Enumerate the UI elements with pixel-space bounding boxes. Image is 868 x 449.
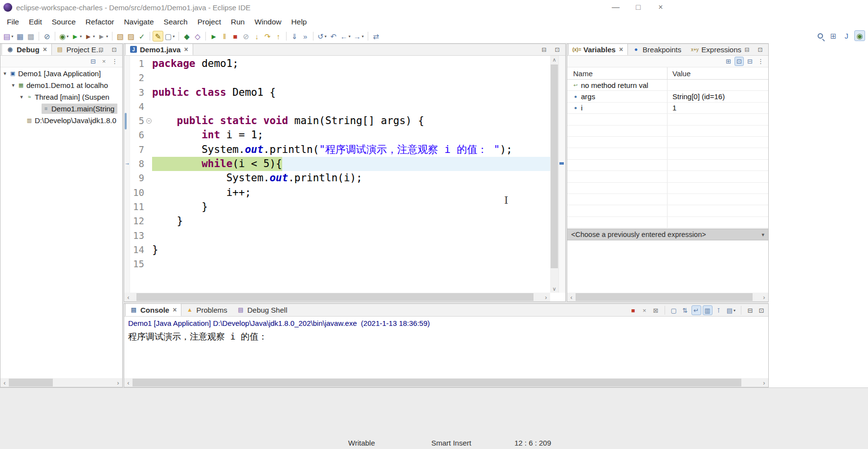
variable-detail-pane[interactable] — [567, 240, 768, 293]
search-tasks-button[interactable]: ✓ — [136, 31, 147, 42]
menu-run[interactable]: Run — [226, 16, 249, 28]
dropdown-arrow-icon[interactable]: ▾ — [173, 34, 175, 39]
scrollbar-track[interactable] — [9, 378, 114, 387]
variable-row[interactable]: ●i1 — [567, 103, 768, 114]
scrollbar-thumb[interactable] — [576, 293, 753, 301]
column-header-name[interactable]: Name — [567, 67, 668, 79]
scrollbar-track[interactable] — [550, 64, 558, 285]
overview-ruler[interactable] — [558, 56, 565, 293]
new-class-button[interactable]: ◆ — [181, 31, 192, 42]
window-minimize-button[interactable]: — — [604, 0, 627, 14]
open-task-button[interactable]: ▢▾ — [163, 31, 176, 42]
tab-debug-shell[interactable]: ▤Debug Shell — [233, 303, 293, 316]
console-horizontal-scrollbar[interactable]: ‹ › — [124, 378, 768, 387]
scrollbar-thumb[interactable] — [136, 293, 534, 301]
tab-breakpoints[interactable]: ●Breakpoints — [628, 43, 687, 55]
code-line-7[interactable]: 7 System.out.println("程序调试演示，注意观察 i 的值： … — [124, 143, 550, 157]
code-area[interactable]: 1package demo1;23public class Demo1 {45−… — [124, 56, 550, 293]
terminate-button[interactable]: ■ — [230, 31, 241, 42]
open-console-button[interactable]: ▤▾ — [725, 305, 737, 315]
menu-project[interactable]: Project — [193, 16, 226, 28]
scroll-down-icon[interactable]: ∨ — [552, 285, 556, 293]
step-into-button[interactable]: ↓ — [251, 31, 262, 42]
new-wizard-button[interactable]: ▤▾ — [2, 31, 15, 42]
close-tab-icon[interactable]: × — [173, 306, 177, 314]
scroll-left-icon[interactable]: ‹ — [567, 294, 576, 301]
code-line-12[interactable]: 12 } — [124, 214, 550, 228]
collapse-all-button[interactable]: ⊟ — [89, 57, 98, 66]
scroll-right-icon[interactable]: › — [760, 379, 768, 386]
code-line-14[interactable]: 14} — [124, 243, 550, 257]
pin-console-button[interactable]: ⊺ — [714, 305, 724, 315]
variables-view-menu-button[interactable]: ⋮ — [756, 57, 765, 66]
tab-demo1-java[interactable]: JDemo1.java× — [125, 43, 193, 55]
step-return-button[interactable]: ↑ — [273, 31, 284, 42]
console-output-area[interactable]: Demo1 [Java Application] D:\Develop\Java… — [124, 317, 768, 378]
tab-problems[interactable]: ▲Problems — [181, 303, 232, 316]
dropdown-arrow-icon[interactable]: ▾ — [325, 34, 327, 39]
dropdown-arrow-icon[interactable]: ▾ — [93, 34, 95, 39]
menu-window[interactable]: Window — [249, 16, 286, 28]
word-wrap-button[interactable]: ↵ — [691, 305, 701, 315]
save-button[interactable]: ▦ — [15, 31, 25, 42]
maximize-view-icon[interactable]: ⊡ — [757, 46, 764, 53]
tree-item[interactable]: ≡Demo1.main(String — [0, 103, 122, 114]
menu-navigate[interactable]: Navigate — [119, 16, 158, 28]
fold-collapse-icon[interactable]: − — [146, 114, 152, 128]
tab-variables[interactable]: (x)=Variables× — [568, 43, 628, 55]
minimize-view-icon[interactable]: ⊟ — [97, 46, 105, 53]
menu-source[interactable]: Source — [47, 16, 81, 28]
scroll-left-icon[interactable]: ‹ — [124, 294, 133, 301]
close-tab-icon[interactable]: × — [619, 45, 623, 53]
variables-horizontal-scrollbar[interactable]: ‹ › — [567, 293, 768, 301]
scroll-up-icon[interactable]: ∧ — [552, 56, 556, 64]
save-all-button[interactable]: ▩ — [25, 31, 36, 42]
dropdown-arrow-icon[interactable]: ▾ — [67, 34, 68, 39]
dropdown-arrow-icon[interactable]: ▾ — [349, 34, 351, 39]
last-edit-location-button[interactable]: ↶ — [328, 31, 339, 42]
debug-button[interactable]: ◉▾ — [58, 31, 70, 42]
run-button[interactable]: ►▾ — [70, 31, 83, 42]
dropdown-arrow-icon[interactable]: ▾ — [362, 34, 364, 39]
debug-horizontal-scrollbar[interactable]: ‹ › — [0, 378, 122, 387]
terminate-button[interactable]: ■ — [628, 305, 638, 315]
scroll-right-icon[interactable]: › — [542, 294, 550, 301]
scrollbar-track[interactable] — [133, 293, 542, 301]
new-interface-button[interactable]: ◇ — [192, 31, 203, 42]
code-line-13[interactable]: 13 — [124, 229, 550, 243]
scroll-right-icon[interactable]: › — [114, 379, 122, 386]
menu-help[interactable]: Help — [287, 16, 312, 28]
column-header-value[interactable]: Value — [668, 69, 690, 78]
drop-to-frame-button[interactable]: ⇓ — [289, 31, 300, 42]
resume-button[interactable]: ► — [208, 31, 219, 42]
tab-expressions[interactable]: x+yExpressions — [687, 43, 747, 55]
skip-all-breakpoints-button[interactable]: ⊘ — [42, 31, 52, 42]
tab-debug[interactable]: ◉Debug× — [1, 43, 52, 55]
maximize-view-button[interactable]: ⊡ — [757, 305, 766, 315]
scrollbar-thumb[interactable] — [551, 64, 558, 268]
menu-file[interactable]: File — [2, 16, 24, 28]
code-line-1[interactable]: 1package demo1; — [124, 57, 550, 71]
scrollbar-track[interactable] — [133, 378, 760, 387]
run-last-tool-button[interactable]: ↺▾ — [316, 31, 328, 42]
tab-console[interactable]: ▤Console× — [125, 303, 181, 316]
code-line-2[interactable]: 2 — [124, 71, 550, 85]
new-java-project-button[interactable]: ▧ — [115, 31, 126, 42]
open-perspective-button[interactable]: ⊞ — [828, 30, 839, 41]
close-tab-icon[interactable]: × — [184, 45, 188, 53]
quick-access-search-button[interactable] — [815, 30, 825, 41]
scroll-left-icon[interactable]: ‹ — [124, 379, 133, 386]
window-close-button[interactable]: × — [649, 0, 672, 14]
tree-item[interactable]: ▥D:\Develop\Java\jdk1.8.0 — [0, 114, 122, 126]
editor-horizontal-scrollbar[interactable]: ‹ › — [124, 293, 550, 301]
maximize-view-icon[interactable]: ⊡ — [554, 46, 561, 53]
dropdown-arrow-icon[interactable]: ▾ — [80, 34, 82, 39]
show-logical-structures-button[interactable]: ⊡ — [734, 57, 744, 66]
debug-view-menu-button[interactable]: ⋮ — [110, 57, 119, 66]
open-type-button[interactable]: ▨ — [126, 31, 136, 42]
disconnect-button[interactable]: ⊘ — [241, 31, 251, 42]
scrollbar-thumb[interactable] — [133, 379, 741, 386]
code-line-10[interactable]: 10 i++; — [124, 186, 550, 200]
dropdown-arrow-icon[interactable]: ▾ — [11, 34, 13, 39]
scrollbar-thumb[interactable] — [9, 379, 53, 386]
